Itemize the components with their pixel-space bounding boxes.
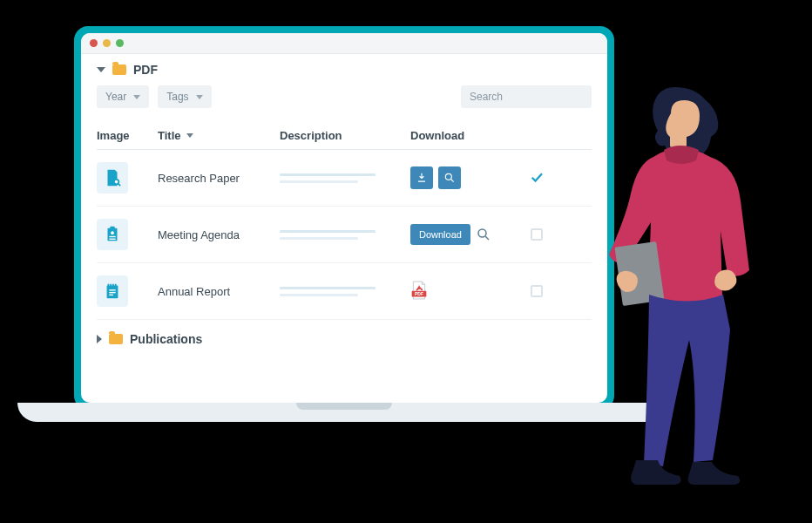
laptop-base [17,403,671,422]
chevron-down-icon [133,95,140,99]
checkbox[interactable] [531,285,543,297]
svg-line-10 [485,236,489,240]
filter-tags[interactable]: Tags [158,85,211,108]
col-title-label: Title [158,129,181,142]
col-download: Download [410,129,524,142]
svg-rect-5 [110,227,115,230]
col-select [524,129,550,142]
search-input[interactable]: Search [461,85,592,108]
filter-bar: Year Tags Search [97,85,592,108]
laptop-frame: PDF Year Tags Search Image Title [74,26,614,410]
filter-year[interactable]: Year [97,85,149,108]
svg-rect-18 [109,295,113,295]
folder-publications[interactable]: Publications [97,332,592,346]
folder-icon [109,334,123,344]
chevron-down-icon [97,67,105,72]
window-titlebar [81,33,607,54]
svg-rect-7 [109,236,115,237]
row-title[interactable]: Meeting Agenda [158,228,280,241]
download-button[interactable] [410,166,433,189]
svg-point-9 [478,229,486,237]
table-row: Research Paper [97,150,592,207]
checkmark-icon[interactable] [529,169,545,187]
svg-rect-8 [109,239,115,240]
preview-button[interactable] [476,227,491,242]
search-icon [443,172,456,184]
magnify-doc-icon [103,168,122,187]
col-description: Description [280,129,410,142]
person-illustration [584,78,784,523]
document-thumb[interactable] [97,219,128,250]
window-minimize-dot[interactable] [103,39,111,47]
folder-name: PDF [133,63,158,77]
svg-line-1 [118,183,120,186]
pdf-icon[interactable]: PDF [410,289,428,302]
col-image: Image [97,129,158,142]
notepad-icon [103,282,122,301]
filter-tags-label: Tags [166,91,188,103]
description-placeholder [280,173,410,183]
chevron-down-icon [196,95,203,99]
row-title[interactable]: Research Paper [158,172,280,185]
document-thumb[interactable] [97,162,128,194]
svg-line-3 [451,180,454,182]
chevron-right-icon [97,335,102,343]
filter-year-label: Year [105,91,126,103]
folder-name: Publications [130,332,202,346]
description-placeholder [280,230,410,240]
clipboard-icon [103,225,122,244]
search-icon [476,227,491,242]
col-title[interactable]: Title [158,129,280,142]
folder-icon [112,65,126,75]
description-placeholder [280,287,410,296]
svg-point-2 [445,173,451,180]
table-header: Image Title Description Download [97,122,592,150]
sort-icon [186,133,193,138]
svg-text:PDF: PDF [415,290,423,295]
svg-point-6 [111,231,114,234]
row-title[interactable]: Annual Report [158,285,280,298]
document-thumb[interactable] [97,275,128,307]
checkbox[interactable] [531,228,543,241]
content-area: PDF Year Tags Search Image Title [81,54,607,403]
svg-rect-16 [109,289,115,290]
folder-pdf[interactable]: PDF [97,63,592,77]
table-row: Meeting Agenda Download [97,207,592,263]
documents-table: Image Title Description Download [97,122,592,320]
app-screen: PDF Year Tags Search Image Title [81,33,607,403]
window-close-dot[interactable] [90,39,98,47]
window-maximize-dot[interactable] [116,39,124,47]
table-row: Annual Report PDF [97,263,592,320]
download-icon [416,172,428,184]
svg-rect-17 [109,292,115,293]
download-button[interactable]: Download [410,224,470,245]
preview-button[interactable] [438,166,461,189]
